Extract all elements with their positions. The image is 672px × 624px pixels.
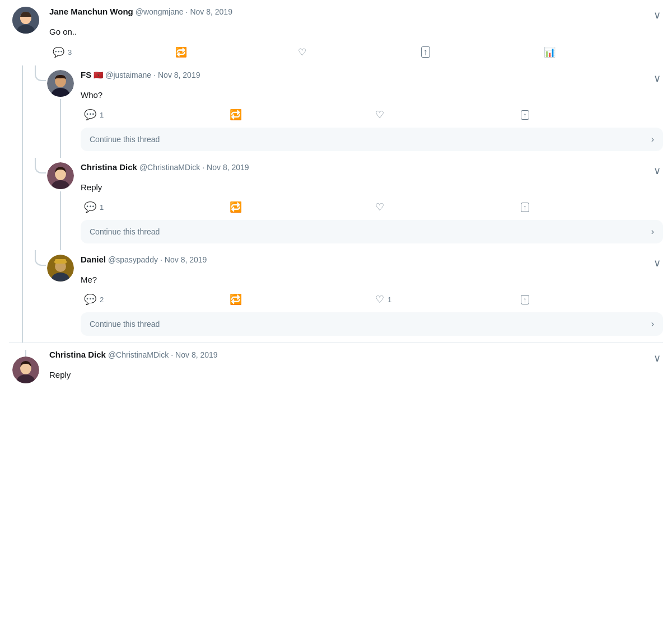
retweet-btn-daniel[interactable]: 🔁 <box>226 291 372 308</box>
more-options-jane[interactable]: ∨ <box>651 7 663 24</box>
tweet-text-christina1: Reply <box>81 181 663 193</box>
like-btn-fs[interactable]: ♡ <box>372 106 517 123</box>
continue-thread-daniel[interactable]: Continue this thread › <box>81 312 663 336</box>
date-daniel: Nov 8, 2019 <box>165 255 207 264</box>
username-daniel: @spasypaddy <box>108 255 158 264</box>
tweet-text-daniel: Me? <box>81 274 663 285</box>
share-icon-d: ↑ <box>521 295 529 304</box>
continue-thread-label-daniel: Continue this thread <box>90 320 160 329</box>
reply-row-fs: FS 🇲🇦 @justaimane · Nov 8, 2019 ∨ Who? 💬… <box>36 65 672 158</box>
reply-icon-fs: 💬 <box>84 110 96 120</box>
reply-row-daniel: Daniel @spasypaddy · Nov 8, 2019 ∨ Me? 💬… <box>36 250 672 343</box>
daniel-avatar-col <box>47 255 74 343</box>
more-options-daniel[interactable]: ∨ <box>651 255 663 271</box>
user-info-standalone-christina: Christina Dick @ChristinaMDick · Nov 8, … <box>49 350 218 359</box>
like-btn-christina1[interactable]: ♡ <box>372 199 517 215</box>
share-btn-daniel[interactable]: ↑ <box>517 292 663 308</box>
like-icon-d: ♡ <box>375 294 384 304</box>
display-name-christina1: Christina Dick <box>81 162 137 172</box>
christina1-avatar-svg <box>47 162 74 189</box>
standalone-connector <box>9 350 43 383</box>
share-icon: ↑ <box>421 46 430 58</box>
more-options-fs[interactable]: ∨ <box>651 70 663 87</box>
tweet-text-fs: Who? <box>81 89 663 101</box>
reply-count-main: 3 <box>68 48 72 57</box>
username-standalone-c: @ChristinaMDick <box>108 350 169 359</box>
date-christina1: Nov 8, 2019 <box>207 163 249 172</box>
avatar-christina1 <box>47 162 74 189</box>
reply-btn-fs[interactable]: 💬 1 <box>81 106 226 123</box>
share-btn-christina1[interactable]: ↑ <box>517 199 663 215</box>
tweet-header-main: Jane Manchun Wong @wongmjane · Nov 8, 20… <box>49 7 663 24</box>
like-btn-main[interactable]: ♡ <box>295 44 417 60</box>
retweet-btn-main[interactable]: 🔁 <box>172 44 295 60</box>
like-icon: ♡ <box>298 48 306 57</box>
christina1-avatar-col <box>47 162 74 250</box>
main-tweet-row: Jane Manchun Wong @wongmjane · Nov 8, 20… <box>0 0 672 65</box>
continue-arrow-c1: › <box>651 227 654 237</box>
fs-avatar-svg <box>47 70 74 97</box>
like-count-d: 1 <box>388 295 391 304</box>
reply-icon-d: 💬 <box>84 294 96 304</box>
user-info-christina1: Christina Dick @ChristinaMDick · Nov 8, … <box>81 162 249 172</box>
daniel-avatar-svg <box>47 255 74 281</box>
like-btn-daniel[interactable]: ♡ 1 <box>372 291 517 308</box>
retweet-icon: 🔁 <box>175 48 187 57</box>
date-fs: Nov 8, 2019 <box>158 71 200 79</box>
username-jane: @wongmjane <box>136 7 184 16</box>
standalone-christina-body: Christina Dick @ChristinaMDick · Nov 8, … <box>43 350 663 383</box>
reply-icon: 💬 <box>53 48 64 57</box>
tweet-header-standalone: Christina Dick @ChristinaMDick · Nov 8, … <box>49 350 663 367</box>
analytics-btn-main[interactable]: 📊 <box>540 44 663 60</box>
nested-vertical-line <box>22 65 23 343</box>
retweet-icon-c1: 🔁 <box>230 202 242 212</box>
avatar-fs <box>47 70 74 97</box>
username-christina1: @ChristinaMDick <box>139 163 200 172</box>
more-options-christina1[interactable]: ∨ <box>651 162 663 179</box>
tweet-header-fs: FS 🇲🇦 @justaimane · Nov 8, 2019 ∨ <box>81 70 663 87</box>
reply-icon-c1: 💬 <box>84 202 96 212</box>
reply-count-c1: 1 <box>100 203 104 212</box>
user-info-daniel: Daniel @spasypaddy · Nov 8, 2019 <box>81 255 207 264</box>
display-name-standalone-c: Christina Dick <box>49 350 106 359</box>
nested-left-col <box>9 65 36 343</box>
connector-curve-christina1 <box>35 158 46 173</box>
tweet-actions-main: 💬 3 🔁 ♡ ↑ 📊 <box>49 43 663 61</box>
tweet-actions-daniel: 💬 2 🔁 ♡ 1 ↑ <box>81 291 663 308</box>
share-btn-fs[interactable]: ↑ <box>517 107 663 123</box>
continue-thread-fs[interactable]: Continue this thread › <box>81 128 663 151</box>
user-info-fs: FS 🇲🇦 @justaimane · Nov 8, 2019 <box>81 70 200 79</box>
nested-tweets-col: FS 🇲🇦 @justaimane · Nov 8, 2019 ∨ Who? 💬… <box>36 65 672 343</box>
continue-thread-c1[interactable]: Continue this thread › <box>81 220 663 243</box>
continue-thread-label-fs: Continue this thread <box>90 135 160 144</box>
tweet-header-daniel: Daniel @spasypaddy · Nov 8, 2019 ∨ <box>81 255 663 271</box>
username-fs: @justaimane <box>105 71 151 79</box>
continue-arrow-daniel: › <box>651 319 654 329</box>
more-options-standalone-c[interactable]: ∨ <box>651 350 663 367</box>
reply-btn-christina1[interactable]: 💬 1 <box>81 199 226 215</box>
share-icon-c1: ↑ <box>521 203 529 212</box>
jane-avatar-svg <box>12 7 39 34</box>
date-standalone-c: Nov 8, 2019 <box>175 350 218 359</box>
connector-curve-daniel <box>35 250 46 266</box>
standalone-christina-row: Christina Dick @ChristinaMDick · Nov 8, … <box>0 343 672 383</box>
reply-btn-main[interactable]: 💬 3 <box>49 44 172 60</box>
display-name-jane: Jane Manchun Wong <box>49 7 133 16</box>
avatar-daniel <box>47 255 74 281</box>
retweet-btn-christina1[interactable]: 🔁 <box>226 199 372 215</box>
share-btn-main[interactable]: ↑ <box>418 43 540 61</box>
reply-btn-daniel[interactable]: 💬 2 <box>81 291 226 308</box>
retweet-btn-fs[interactable]: 🔁 <box>226 106 372 123</box>
fs-thread-line <box>60 99 61 158</box>
reply-count-d: 2 <box>100 295 104 304</box>
like-icon-fs: ♡ <box>375 110 384 120</box>
display-name-fs: FS <box>81 70 91 79</box>
fs-tweet-body: FS 🇲🇦 @justaimane · Nov 8, 2019 ∨ Who? 💬… <box>74 70 663 158</box>
nested-section: FS 🇲🇦 @justaimane · Nov 8, 2019 ∨ Who? 💬… <box>9 65 672 343</box>
tweet-actions-christina1: 💬 1 🔁 ♡ ↑ <box>81 199 663 215</box>
main-tweet-body: Jane Manchun Wong @wongmjane · Nov 8, 20… <box>43 7 663 65</box>
display-name-daniel: Daniel <box>81 255 106 264</box>
reply-count-fs: 1 <box>100 111 104 119</box>
tweet-text-standalone-c: Reply <box>49 369 663 381</box>
christina1-tweet-body: Christina Dick @ChristinaMDick · Nov 8, … <box>74 162 663 250</box>
